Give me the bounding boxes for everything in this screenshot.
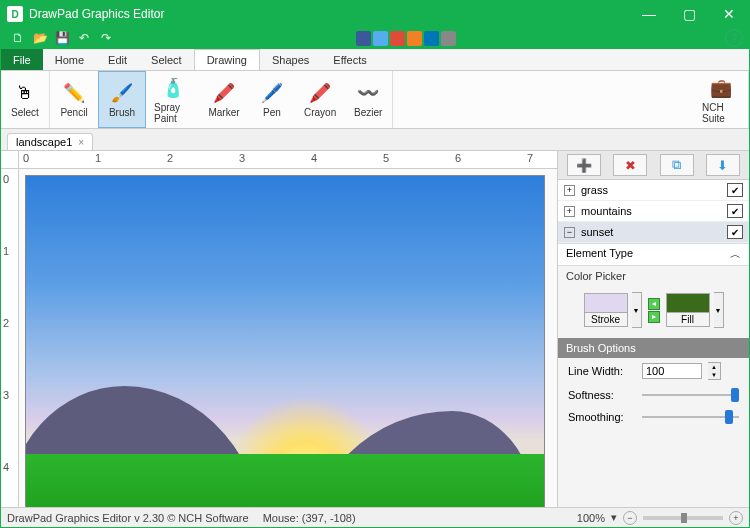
tool-select[interactable]: 🖱 Select: [1, 71, 49, 128]
chevron-up-icon[interactable]: ▲: [708, 363, 720, 371]
menu-select[interactable]: Select: [139, 49, 194, 70]
menu-edit[interactable]: Edit: [96, 49, 139, 70]
layer-name: mountains: [581, 205, 721, 217]
document-tab[interactable]: landscape1 ×: [7, 133, 93, 150]
tool-marker[interactable]: 🖍️Marker: [200, 71, 248, 128]
tool-pen[interactable]: 🖊️Pen: [248, 71, 296, 128]
close-button[interactable]: ✕: [709, 1, 749, 27]
collapse-icon[interactable]: −: [564, 227, 575, 238]
layers-list: + grass ✔ + mountains ✔ − sunset ✔: [558, 180, 749, 243]
canvas-viewport[interactable]: [19, 169, 557, 507]
status-mouse-text: Mouse: (397, -108): [263, 512, 356, 524]
line-width-input[interactable]: [642, 363, 702, 379]
qat-redo-icon[interactable]: ↷: [97, 29, 115, 47]
expand-icon[interactable]: +: [564, 206, 575, 217]
tool-spray[interactable]: 🧴Spray Paint: [146, 71, 200, 128]
qat-open-icon[interactable]: 📂: [31, 29, 49, 47]
softness-label: Softness:: [568, 389, 636, 401]
menu-bar: File Home Edit Select Drawing Shapes Eff…: [1, 49, 749, 71]
share-icon[interactable]: [441, 31, 456, 46]
zoom-value: 100%: [577, 512, 605, 524]
swap-left-icon[interactable]: ◂: [648, 298, 660, 310]
duplicate-layer-button[interactable]: ⧉: [660, 154, 694, 176]
qat-undo-icon[interactable]: ↶: [75, 29, 93, 47]
zoom-slider[interactable]: [643, 516, 723, 520]
fill-color-box[interactable]: Fill: [666, 293, 710, 327]
zoom-out-button[interactable]: −: [623, 511, 637, 525]
crayon-icon: 🖍️: [308, 81, 332, 105]
add-layer-button[interactable]: ➕: [567, 154, 601, 176]
app-icon: D: [7, 6, 23, 22]
tool-bezier[interactable]: 〰️Bezier: [344, 71, 392, 128]
status-app-text: DrawPad Graphics Editor v 2.30 © NCH Sof…: [7, 512, 249, 524]
rss-icon[interactable]: [407, 31, 422, 46]
layer-name: grass: [581, 184, 721, 196]
line-width-label: Line Width:: [568, 365, 636, 377]
line-width-row: Line Width: ▲▼: [558, 358, 749, 384]
document-tab-label: landscape1: [16, 136, 72, 148]
quick-access-toolbar: 🗋 📂 💾 ↶ ↷ ?: [1, 27, 749, 49]
layer-visible-checkbox[interactable]: ✔: [727, 183, 743, 197]
close-tab-icon[interactable]: ×: [78, 137, 84, 148]
pen-icon: 🖊️: [260, 81, 284, 105]
google-icon[interactable]: [390, 31, 405, 46]
zoom-in-button[interactable]: +: [729, 511, 743, 525]
help-icon[interactable]: ?: [725, 29, 743, 47]
spray-icon: 🧴: [161, 76, 185, 100]
artwork[interactable]: [25, 175, 545, 507]
status-bar: DrawPad Graphics Editor v 2.30 © NCH Sof…: [1, 507, 749, 527]
element-type-row[interactable]: Element Type ︿: [558, 243, 749, 266]
linkedin-icon[interactable]: [424, 31, 439, 46]
nch-suite-button[interactable]: 💼NCH Suite: [694, 71, 748, 128]
swap-right-icon[interactable]: ▸: [648, 311, 660, 323]
layer-row[interactable]: + mountains ✔: [558, 201, 749, 222]
menu-shapes[interactable]: Shapes: [260, 49, 321, 70]
qat-save-icon[interactable]: 💾: [53, 29, 71, 47]
chevron-up-icon[interactable]: ︿: [730, 247, 741, 262]
stroke-label: Stroke: [585, 312, 627, 326]
expand-icon[interactable]: +: [564, 185, 575, 196]
layer-row[interactable]: − sunset ✔: [558, 222, 749, 243]
tool-brush[interactable]: 🖌️Brush: [98, 71, 146, 128]
layer-visible-checkbox[interactable]: ✔: [727, 204, 743, 218]
ruler-vertical: 012345: [1, 169, 19, 507]
softness-row: Softness:: [558, 384, 749, 406]
chevron-down-icon[interactable]: ▼: [708, 371, 720, 379]
minimize-button[interactable]: —: [629, 1, 669, 27]
bezier-icon: 〰️: [356, 81, 380, 105]
fill-swatch: [667, 294, 709, 312]
window-title: DrawPad Graphics Editor: [29, 7, 629, 21]
document-tab-bar: landscape1 ×: [1, 129, 749, 151]
qat-new-icon[interactable]: 🗋: [9, 29, 27, 47]
layer-visible-checkbox[interactable]: ✔: [727, 225, 743, 239]
line-width-spinner[interactable]: ▲▼: [708, 362, 721, 380]
zoom-dropdown-icon[interactable]: ▾: [611, 511, 617, 524]
delete-layer-button[interactable]: ✖: [613, 154, 647, 176]
smoothing-label: Smoothing:: [568, 411, 636, 423]
suite-icon: 💼: [709, 76, 733, 100]
menu-file[interactable]: File: [1, 49, 43, 70]
stroke-dropdown-icon[interactable]: ▼: [632, 292, 642, 328]
ribbon: 🖱 Select ✏️Pencil 🖌️Brush 🧴Spray Paint 🖍…: [1, 71, 749, 129]
fill-dropdown-icon[interactable]: ▼: [714, 292, 724, 328]
layer-row[interactable]: + grass ✔: [558, 180, 749, 201]
menu-drawing[interactable]: Drawing: [194, 49, 260, 70]
maximize-button[interactable]: ▢: [669, 1, 709, 27]
social-icons: [356, 31, 456, 46]
cursor-icon: 🖱: [13, 81, 37, 105]
menu-home[interactable]: Home: [43, 49, 96, 70]
stroke-color-box[interactable]: Stroke: [584, 293, 628, 327]
twitter-icon[interactable]: [373, 31, 388, 46]
softness-slider[interactable]: [642, 388, 739, 402]
element-type-label: Element Type: [566, 247, 633, 262]
merge-layer-button[interactable]: ⬇: [706, 154, 740, 176]
zoom-controls: 100%▾ − +: [577, 511, 743, 525]
tool-crayon[interactable]: 🖍️Crayon: [296, 71, 344, 128]
menu-effects[interactable]: Effects: [321, 49, 378, 70]
layer-name: sunset: [581, 226, 721, 238]
facebook-icon[interactable]: [356, 31, 371, 46]
smoothing-row: Smoothing:: [558, 406, 749, 428]
tool-pencil[interactable]: ✏️Pencil: [50, 71, 98, 128]
fill-label: Fill: [667, 312, 709, 326]
smoothing-slider[interactable]: [642, 410, 739, 424]
